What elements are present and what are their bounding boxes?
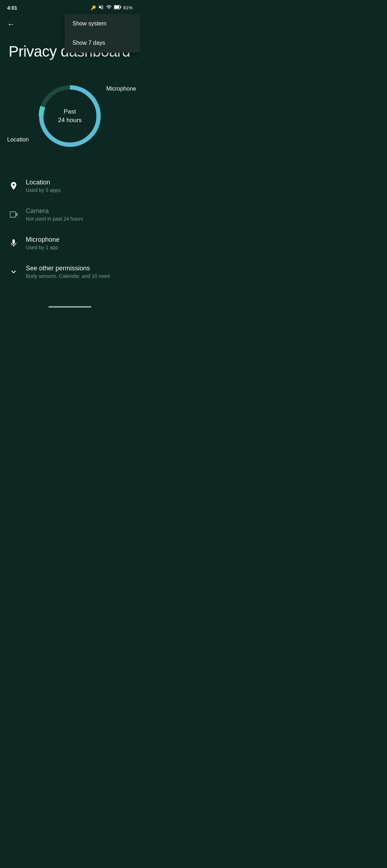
permission-list: Location Used by 5 apps Camera Not used … <box>0 164 140 293</box>
location-text: Location Used by 5 apps <box>26 179 61 193</box>
svg-rect-2 <box>114 6 119 9</box>
chart-section: Location Past 24 hours Microphone <box>0 64 140 164</box>
wifi-icon <box>106 4 112 11</box>
key-icon: 🔑 <box>91 5 96 10</box>
show-7-days-option[interactable]: Show 7 days <box>64 33 140 53</box>
microphone-desc: Used by 1 app <box>26 245 59 250</box>
camera-desc: Not used in past 24 hours <box>26 216 83 222</box>
home-indicator <box>48 306 91 308</box>
camera-text: Camera Not used in past 24 hours <box>26 207 83 222</box>
microphone-name: Microphone <box>26 236 59 243</box>
permission-microphone[interactable]: Microphone Used by 1 app <box>0 229 140 257</box>
status-icons: 🔑 81% <box>91 4 133 11</box>
battery-percent: 81% <box>123 5 133 10</box>
battery-icon <box>114 5 121 11</box>
bottom-bar <box>0 300 140 313</box>
show-system-option[interactable]: Show system <box>64 14 140 33</box>
header-row: ← Show system Show 7 days <box>0 14 140 35</box>
mute-icon <box>98 4 104 11</box>
permission-camera[interactable]: Camera Not used in past 24 hours <box>0 200 140 229</box>
chart-label-microphone: Microphone <box>106 86 136 92</box>
location-name: Location <box>26 179 61 186</box>
status-bar: 4:01 🔑 81% <box>0 0 140 14</box>
location-icon <box>9 181 19 191</box>
chart-center-line1: Past <box>64 108 76 115</box>
camera-name: Camera <box>26 207 83 215</box>
camera-icon <box>9 209 19 220</box>
svg-rect-1 <box>120 6 121 8</box>
donut-chart: Past 24 hours <box>34 80 106 152</box>
permission-location[interactable]: Location Used by 5 apps <box>0 172 140 200</box>
microphone-text: Microphone Used by 1 app <box>26 236 59 250</box>
other-permissions-name: See other permissions <box>26 265 110 272</box>
chevron-down-icon <box>9 267 19 277</box>
chart-center-line2: 24 hours <box>58 117 82 124</box>
dropdown-menu: Show system Show 7 days <box>64 14 140 53</box>
location-desc: Used by 5 apps <box>26 187 61 193</box>
other-permissions-text: See other permissions Body sensors, Cale… <box>26 265 110 279</box>
back-button[interactable]: ← <box>7 18 18 30</box>
microphone-icon <box>9 238 19 248</box>
permission-other[interactable]: See other permissions Body sensors, Cale… <box>0 257 140 286</box>
other-permissions-desc: Body sensors, Calendar, and 10 more <box>26 273 110 279</box>
chart-label-location: Location <box>7 136 29 143</box>
status-time: 4:01 <box>7 5 17 11</box>
chart-center-text: Past 24 hours <box>58 107 82 125</box>
